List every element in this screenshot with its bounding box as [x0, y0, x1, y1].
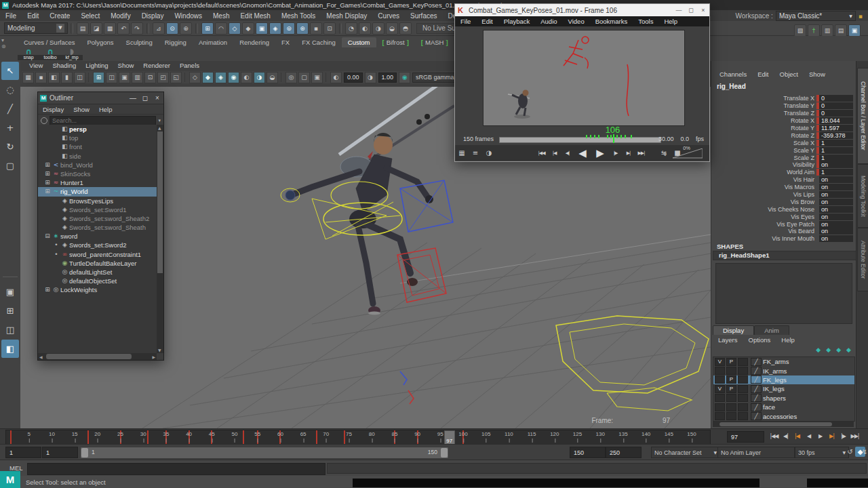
- gamma-field[interactable]: 1.00: [378, 73, 397, 83]
- current-frame-field[interactable]: 97: [727, 431, 764, 443]
- layer-playback-toggle[interactable]: [726, 367, 736, 375]
- layer-display-toggle[interactable]: [738, 385, 748, 393]
- four-pane-layout[interactable]: ⊞: [1, 302, 19, 320]
- Vis Inner Mouth[interactable]: Vis Inner Mouth on: [711, 235, 856, 243]
- Scale Z[interactable]: Scale Z 1: [711, 154, 856, 161]
- gamma-icon[interactable]: ◑: [365, 72, 376, 83]
- layer-editor-menu-item[interactable]: Options: [743, 336, 776, 344]
- step-back-button[interactable]: ◀|: [562, 148, 572, 159]
- channel-value-field[interactable]: 0: [819, 110, 853, 117]
- select-tool[interactable]: ↖: [1, 62, 19, 80]
- shelf-tab[interactable]: FX Caching: [296, 37, 342, 47]
- layer-editor-menu-item[interactable]: Layers: [713, 336, 743, 344]
- isolate-select-icon[interactable]: ◎: [285, 72, 297, 83]
- channel-box-menu-item[interactable]: Object: [774, 70, 804, 78]
- shelf-tab[interactable]: Rigging: [159, 37, 193, 47]
- rotate-tool[interactable]: ↻: [1, 138, 19, 156]
- menu-item[interactable]: Surfaces: [405, 12, 442, 20]
- save-scene-icon[interactable]: ▦: [104, 22, 116, 35]
- minimize-button[interactable]: —: [673, 7, 685, 14]
- bookmark-icon[interactable]: ▮: [61, 72, 73, 83]
- input-connections-icon[interactable]: ⊚: [283, 22, 295, 35]
- menu-item[interactable]: File: [0, 12, 22, 20]
- step-back-key-button[interactable]: |◀: [791, 430, 803, 442]
- color-adjust-icon[interactable]: ◑: [484, 148, 494, 158]
- mel-input[interactable]: [27, 463, 326, 475]
- safe-title-icon[interactable]: ◱: [170, 72, 182, 83]
- render-settings-icon[interactable]: ◓: [399, 22, 412, 35]
- menu-item[interactable]: Modify: [105, 12, 136, 20]
- outliner-item[interactable]: ⊞ ≈ Hunter1: [38, 178, 157, 187]
- player-menu-item[interactable]: Edit: [476, 18, 498, 25]
- player-title-bar[interactable]: K Combat_Games_KeyPoses_01.mov - Frame 1…: [455, 4, 709, 16]
- layer-playback-toggle[interactable]: P: [726, 358, 736, 366]
- workspace-lock-icon[interactable]: ▪: [859, 13, 863, 20]
- layer-visibility-toggle[interactable]: [715, 375, 725, 384]
- channel-value-field[interactable]: 1: [819, 155, 853, 161]
- motion-blur-icon[interactable]: ◒: [267, 72, 278, 83]
- layer-visibility-toggle[interactable]: [715, 403, 725, 411]
- accessories[interactable]: ╱ accessories: [713, 411, 854, 420]
- layer-display-toggle[interactable]: [738, 403, 748, 411]
- color-management-icon[interactable]: ◉: [399, 72, 410, 83]
- channel-box-menu-item[interactable]: Edit: [752, 70, 774, 78]
- tab-attribute-editor[interactable]: Attribute Editor: [857, 228, 868, 291]
- output-connections-icon[interactable]: ⊛: [296, 22, 309, 35]
- Vis Beard[interactable]: Vis Beard on: [711, 228, 856, 235]
- layer-new-icon[interactable]: ◆: [846, 346, 851, 353]
- FK_legs[interactable]: P ╱ FK_legs: [713, 375, 854, 384]
- shelf-item[interactable]: ∩ snap: [18, 47, 39, 60]
- redo-icon[interactable]: ↷: [131, 22, 143, 35]
- IK_arms[interactable]: ╱ IK_arms: [713, 366, 854, 375]
- menu-item[interactable]: Mesh: [208, 12, 235, 20]
- open-scene-icon[interactable]: ◪: [90, 22, 102, 35]
- Translate Z[interactable]: Translate Z 0: [711, 110, 856, 117]
- FK_arms[interactable]: V P ╱ FK_arms: [713, 357, 854, 366]
- play-forwards-button[interactable]: ▶: [814, 430, 826, 442]
- layer-display-toggle[interactable]: [738, 367, 748, 375]
- select-hierarchy-icon[interactable]: ⊿: [153, 22, 165, 35]
- two-pane-layout[interactable]: ◫: [1, 321, 19, 339]
- channel-value-field[interactable]: on: [819, 206, 853, 213]
- panel-menu-item[interactable]: Shading: [47, 62, 81, 70]
- step-forward-key-button[interactable]: ▶|: [826, 430, 837, 442]
- field-chart-icon[interactable]: ⊡: [144, 72, 156, 83]
- gate-mask-icon[interactable]: ▥: [132, 72, 143, 83]
- step-back-frame-button[interactable]: ◀|: [780, 430, 791, 442]
- Vis Brow[interactable]: Vis Brow on: [711, 198, 856, 205]
- channel-value-field[interactable]: 0: [819, 95, 853, 102]
- layer-empty-icon[interactable]: ◆: [836, 346, 841, 353]
- channel-box-toggle-icon[interactable]: ▣: [848, 24, 861, 37]
- layer-playback-toggle[interactable]: P: [726, 385, 736, 393]
- shape-node-row[interactable]: rig_HeadShape1: [713, 251, 861, 260]
- volume-control[interactable]: ◖ 0%: [663, 147, 703, 159]
- playback-loop-icon[interactable]: ↺: [845, 447, 855, 457]
- outliner-item[interactable]: ◧ top: [38, 134, 157, 142]
- outliner-item[interactable]: ⊟ ∗ sword: [38, 232, 157, 241]
- layer-playback-toggle[interactable]: [726, 403, 736, 411]
- image-plane-icon[interactable]: ◫: [74, 72, 85, 83]
- outliner-item[interactable]: ⊞ ~ rig_World: [38, 187, 157, 196]
- outliner-menu-item[interactable]: Display: [38, 106, 68, 113]
- shadows-icon[interactable]: ◐: [241, 72, 252, 83]
- tool-settings-toggle-icon[interactable]: ▥: [821, 24, 833, 37]
- channel-value-field[interactable]: on: [819, 176, 853, 183]
- construction-history-icon[interactable]: ◔: [345, 22, 357, 35]
- Scale X[interactable]: Scale X 1: [711, 139, 856, 146]
- highlight-selection-icon[interactable]: ⊡: [323, 22, 336, 35]
- snap-curve-icon[interactable]: ◠: [215, 22, 227, 35]
- channel-value-field[interactable]: on: [819, 228, 853, 235]
- Vis Eye Patch[interactable]: Vis Eye Patch on: [711, 220, 856, 228]
- outliner-item[interactable]: ◈ Swords_set:Sword1: [38, 205, 157, 214]
- expand-icon[interactable]: ⊞: [43, 169, 52, 178]
- tab-channel-box-layer-editor[interactable]: Channel Box / Layer Editor: [857, 68, 868, 164]
- resolution-gate-icon[interactable]: ▣: [119, 72, 130, 83]
- channel-value-field[interactable]: on: [819, 235, 853, 242]
- outliner-item[interactable]: ◎ defaultObjectSet: [38, 277, 157, 285]
- tab-modeling-toolkit[interactable]: Modeling Toolkit: [857, 164, 868, 228]
- playback-end-field[interactable]: 150: [570, 447, 606, 458]
- IK_legs[interactable]: V P ╱ IK_legs: [713, 384, 854, 393]
- anim-layer-dropdown[interactable]: No Anim Layer: [717, 447, 795, 458]
- use-all-lights-icon[interactable]: ◉: [228, 72, 239, 83]
- Rotate Z[interactable]: Rotate Z -359.378: [711, 131, 856, 139]
